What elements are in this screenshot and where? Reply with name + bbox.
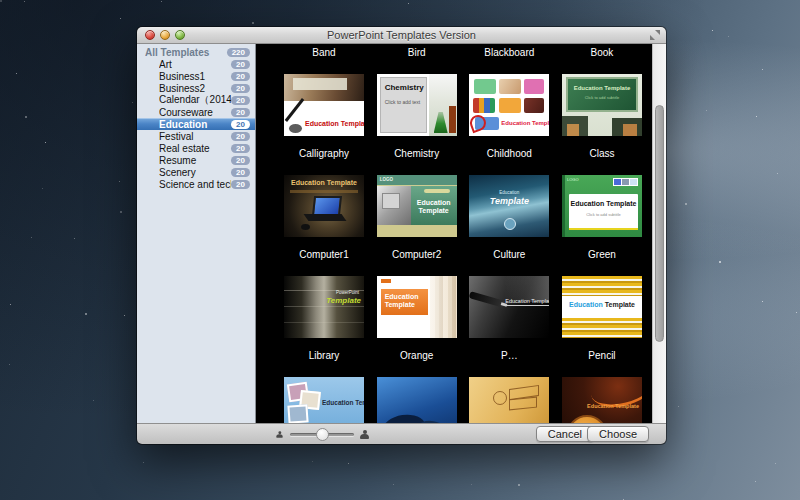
thumb-title: Education Template: [562, 85, 642, 91]
template-thumbnail-row4-1[interactable]: Education Template: [284, 377, 364, 423]
thumb-title: Education Template: [501, 120, 549, 126]
sidebar-label: Education: [159, 119, 231, 130]
thumb-title: Education Template: [322, 399, 364, 406]
large-size-icon: [360, 430, 369, 439]
template-label-childhood: Childhood: [469, 148, 549, 159]
choose-button[interactable]: Choose: [587, 426, 649, 442]
thumb-decoration: [473, 98, 495, 113]
template-thumbnail-row4-2[interactable]: [377, 377, 457, 423]
template-label-library: Library: [284, 350, 364, 361]
sidebar-item-education[interactable]: Education 20: [137, 118, 255, 130]
thumb-decoration: [509, 397, 537, 411]
template-label-culture: Culture: [469, 249, 549, 260]
thumb-decoration: [284, 322, 364, 323]
thumb-decoration: [293, 78, 347, 90]
template-label-class: Class: [562, 148, 642, 159]
thumb-decoration: [289, 124, 302, 133]
template-thumbnail-orange[interactable]: Education Template: [377, 276, 457, 338]
thumb-title: Template: [326, 296, 361, 305]
count-badge: 20: [231, 156, 250, 165]
vertical-scrollbar[interactable]: [652, 44, 666, 423]
count-badge: 220: [227, 48, 250, 57]
thumb-subtitle: Click to add text: [385, 99, 421, 105]
template-label-computer1: Computer1: [284, 249, 364, 260]
thumb-subtitle: Education: [469, 190, 549, 195]
small-size-icon: [276, 431, 282, 437]
thumb-decoration: [562, 318, 642, 338]
scrollbar-thumb[interactable]: [655, 105, 664, 342]
sidebar-item-science-technology[interactable]: Science and technology 20: [137, 178, 255, 190]
slider-track[interactable]: [290, 433, 354, 436]
template-thumbnail-class[interactable]: Education Template Click to add subtitle: [562, 74, 642, 136]
thumb-decoration: [499, 79, 521, 94]
bottom-toolbar: Cancel Choose: [137, 423, 666, 444]
sidebar-item-all-templates[interactable]: All Templates 220: [137, 46, 255, 58]
thumb-title: Education Template: [284, 179, 364, 186]
template-thumbnail-row4-3[interactable]: [469, 377, 549, 423]
thumb-title: Education Template: [587, 403, 639, 409]
sidebar-item-business1[interactable]: Business1 20: [137, 70, 255, 82]
template-label-calligraphy: Calligraphy: [284, 148, 364, 159]
count-badge: 20: [231, 144, 250, 153]
zoom-button[interactable]: [175, 30, 185, 40]
count-badge: 20: [231, 72, 250, 81]
thumb-title: Template: [469, 196, 549, 206]
template-label-band: Band: [284, 47, 364, 58]
thumb-logo: LOGO: [380, 177, 393, 182]
sidebar-item-courseware[interactable]: Courseware 20: [137, 106, 255, 118]
slider-knob[interactable]: [316, 428, 329, 441]
template-thumbnail-childhood[interactable]: Education Template: [469, 74, 549, 136]
thumb-decoration: [381, 412, 426, 423]
minimize-button[interactable]: [160, 30, 170, 40]
fullscreen-icon[interactable]: [650, 30, 660, 40]
thumb-decoration: [562, 276, 642, 296]
template-thumbnail-pencil[interactable]: Education Template: [562, 276, 642, 338]
thumb-title: Chemistry: [385, 83, 424, 92]
thumb-decoration: [524, 98, 544, 113]
template-thumbnail-library[interactable]: PowerPoint Template: [284, 276, 364, 338]
sidebar-item-real-estate[interactable]: Real estate 20: [137, 142, 255, 154]
template-label-blackboard: Blackboard: [469, 47, 549, 58]
thumb-decoration: [301, 224, 310, 230]
app-window: PowerPoint Templates Version All Templat…: [137, 27, 666, 444]
template-label-pencil: Pencil: [562, 350, 642, 361]
thumb-title: Education Template: [562, 301, 642, 308]
thumb-decoration: [382, 193, 400, 209]
thumb-decoration: [285, 98, 305, 122]
thumb-title: Education Template: [413, 199, 455, 215]
count-badge: 20: [231, 84, 250, 93]
thumb-decoration: [569, 228, 638, 230]
template-thumbnail-green[interactable]: LOGO Education Template Click to add sub…: [562, 175, 642, 237]
template-thumbnail-chemistry[interactable]: Chemistry Click to add text: [377, 74, 457, 136]
template-thumbnail-pen[interactable]: Education Template: [469, 276, 549, 338]
template-label-orange: Orange: [377, 350, 457, 361]
template-thumbnail-culture[interactable]: Education Template: [469, 175, 549, 237]
sidebar-label: Calendar（2014）: [159, 93, 231, 107]
thumb-decoration: [524, 79, 544, 94]
thumb-decoration: [377, 225, 457, 237]
template-thumbnail-computer1[interactable]: Education Template: [284, 175, 364, 237]
cancel-button[interactable]: Cancel: [536, 426, 594, 442]
template-label-green: Green: [562, 249, 642, 260]
sidebar-item-scenery[interactable]: Scenery 20: [137, 166, 255, 178]
thumb-subtitle: Click to add subtitle: [570, 212, 637, 217]
sidebar-item-calendar[interactable]: Calendar（2014） 20: [137, 94, 255, 106]
sidebar-item-resume[interactable]: Resume 20: [137, 154, 255, 166]
close-button[interactable]: [145, 30, 155, 40]
thumb-logo: LOGO: [567, 177, 579, 182]
template-thumbnail-calligraphy[interactable]: Education Template: [284, 74, 364, 136]
template-thumbnail-computer2[interactable]: LOGO Education Template: [377, 175, 457, 237]
count-badge: 20: [231, 96, 250, 105]
sidebar-label: Business2: [159, 83, 231, 94]
thumb-decoration: [629, 178, 638, 186]
template-label-chemistry: Chemistry: [377, 148, 457, 159]
sidebar-item-art[interactable]: Art 20: [137, 58, 255, 70]
thumb-decoration: [287, 404, 308, 423]
thumb-title-word: Template: [603, 301, 635, 308]
sidebar-item-festival[interactable]: Festival 20: [137, 130, 255, 142]
sidebar-label: Scenery: [159, 167, 231, 178]
title-bar[interactable]: PowerPoint Templates Version: [137, 27, 666, 44]
template-thumbnail-row4-4[interactable]: Education Template: [562, 377, 642, 423]
sidebar-label: All Templates: [145, 47, 227, 58]
template-label-book: Book: [562, 47, 642, 58]
